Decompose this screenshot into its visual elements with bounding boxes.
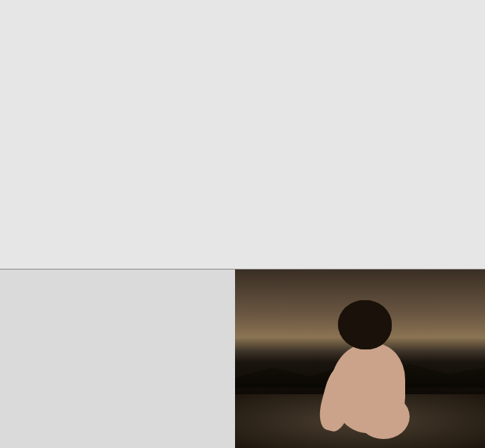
canvas-preview (235, 270, 485, 448)
layers-panel (0, 270, 235, 448)
figure (298, 297, 425, 439)
